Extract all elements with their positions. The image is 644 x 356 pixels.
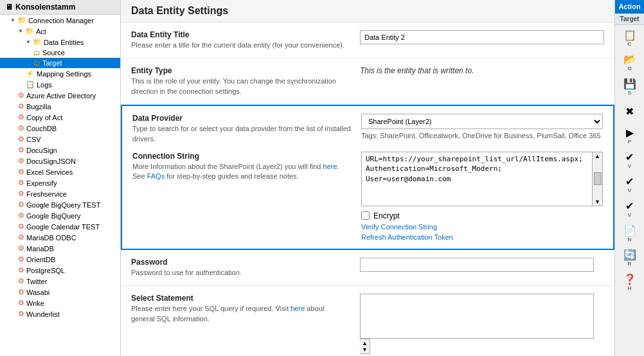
btn-n-label: N	[628, 237, 632, 242]
connection-string-row: Connection String More Information about…	[132, 152, 603, 241]
gear-icon: ⚙	[18, 113, 24, 121]
btn-h[interactable]: ❓H	[618, 271, 642, 294]
data-provider-desc: Type to search for or select your data p…	[132, 124, 351, 144]
data-provider-select[interactable]: SharePoint (Layer2)	[361, 114, 603, 129]
folder-icon: 📁	[33, 38, 42, 46]
sidebar-item-wrike[interactable]: ⚙Wrike	[0, 298, 120, 308]
sel-desc-before: Please enter here your SQL query if requ…	[131, 305, 291, 312]
gear-icon: ⚙	[18, 299, 24, 307]
scrollbar-thumb[interactable]	[594, 172, 602, 185]
data-provider-tags: Tags: SharePoint, Officeatwork, OneDrive…	[361, 132, 603, 139]
conn-desc-after: for step-by-step guides and release note…	[165, 172, 299, 180]
sidebar-item-mariadb-odbc[interactable]: ⚙MariaDB ODBC	[0, 232, 120, 243]
gear-icon: ⚙	[18, 168, 24, 176]
sidebar-item-mariadb[interactable]: ⚙MariaDB	[0, 243, 120, 254]
btn-r[interactable]: 🔄R	[618, 246, 642, 269]
entity-type-section: Entity Type This is the role of your ent…	[121, 58, 614, 105]
gear-icon: ⚙	[18, 135, 24, 143]
sidebar-item-label-copy-of-act: Copy of Act	[26, 114, 62, 121]
provider-connection-section: Data Provider Type to search for or sele…	[121, 105, 614, 250]
sidebar-item-mapping-settings[interactable]: ⚡Mapping Settings	[0, 68, 120, 79]
btn-c-icon: 📋	[623, 29, 636, 41]
gear-icon: ⚙	[18, 277, 24, 285]
sidebar-item-orientdb[interactable]: ⚙OrientDB	[0, 254, 120, 265]
sidebar-item-bugzilla[interactable]: ⚙Bugzilla	[0, 101, 120, 112]
sidebar-item-excel-services[interactable]: ⚙Excel Services	[0, 166, 120, 177]
scrollbar-down-arrow[interactable]: ▼	[595, 199, 600, 205]
btn-o-label: O	[627, 66, 631, 71]
sidebar-item-twitter[interactable]: ⚙Twitter	[0, 276, 120, 287]
sidebar-item-label-google-calendar-test: Google Calendar TEST	[26, 223, 100, 231]
sidebar-item-label-bugzilla: Bugzilla	[26, 103, 51, 111]
select-statement-input[interactable]	[360, 294, 594, 339]
sidebar-item-wasabi[interactable]: ⚙Wasabi	[0, 287, 120, 298]
entity-type-value: This is the entity that is written to.	[360, 66, 604, 75]
sidebar-item-label-docusign: DocuSign	[26, 147, 57, 154]
gear-icon: ⚙	[18, 157, 24, 165]
connection-string-label: Connection String	[132, 152, 351, 161]
sidebar-item-wunderlist[interactable]: ⚙Wunderlist	[0, 308, 120, 319]
gear-icon: ⚙	[18, 255, 24, 263]
encrypt-checkbox[interactable]	[361, 211, 370, 220]
btn-v3[interactable]: ✔V	[618, 197, 642, 220]
btn-n[interactable]: 📄N	[618, 222, 642, 245]
action-panel: Action Target 📋C📂O💾S✖▶P✔V✔V✔V📄N🔄R❓H	[614, 0, 644, 356]
sidebar-item-connection-manager[interactable]: ▼📁Connection Manager	[0, 15, 120, 26]
entity-title-input[interactable]	[360, 30, 604, 44]
sidebar-item-label-logs: Logs	[37, 81, 52, 89]
sidebar-item-act[interactable]: ▼📁Act	[0, 26, 120, 37]
sidebar-item-docusign[interactable]: ⚙DocuSign	[0, 145, 120, 156]
btn-v2[interactable]: ✔V	[618, 173, 642, 196]
folder-icon: 📁	[17, 16, 26, 24]
source-icon: 🗂	[33, 49, 40, 57]
folder-icon: 📁	[25, 27, 34, 35]
main-area: Data Entity Settings Data Entity Title P…	[121, 0, 614, 356]
sidebar-item-freshservice[interactable]: ⚙Freshservice	[0, 188, 120, 199]
btn-c[interactable]: 📋C	[618, 26, 642, 49]
sidebar-item-csv[interactable]: ⚙CSV	[0, 134, 120, 145]
sidebar-item-data-entities[interactable]: ▼📁Data Entities	[0, 37, 120, 48]
btn-v3-label: V	[628, 213, 631, 218]
btn-o[interactable]: 📂O	[618, 51, 642, 74]
btn-r-icon: 🔄	[623, 249, 636, 261]
btn-v3-icon: ✔	[625, 200, 634, 212]
gear-icon: ⚙	[18, 211, 24, 220]
btn-h-label: H	[628, 286, 632, 291]
btn-v1[interactable]: ✔V	[618, 148, 642, 172]
sidebar-item-docusignjson[interactable]: ⚙DocuSignJSON	[0, 156, 120, 166]
btn-p[interactable]: ▶P	[618, 124, 642, 147]
sidebar-item-postgresql[interactable]: ⚙PostgreSQL	[0, 265, 120, 276]
sidebar-item-logs[interactable]: 📋Logs	[0, 79, 120, 90]
sidebar-item-couchdb[interactable]: ⚙CouchDB	[0, 123, 120, 134]
connection-string-input[interactable]: URL=https://your_sharepoint_list_url/All…	[361, 152, 593, 206]
sidebar-item-expensify[interactable]: ⚙Expensify	[0, 177, 120, 188]
sidebar-item-label-wrike: Wrike	[26, 299, 44, 307]
sidebar-item-google-bigquery-test[interactable]: ⚙Google BigQuery TEST	[0, 199, 120, 210]
btn-p-label: P	[628, 139, 631, 145]
conn-faqs-link[interactable]: FAQs	[147, 172, 165, 180]
sidebar-item-source[interactable]: 🗂Source	[0, 48, 120, 58]
sidebar-item-label-couchdb: CouchDB	[26, 125, 57, 132]
btn-v2-label: V	[628, 188, 631, 193]
refresh-auth-token-link[interactable]: Refresh Authentication Token	[361, 233, 603, 241]
conn-here-link[interactable]: here	[323, 163, 337, 170]
btn-s[interactable]: 💾S	[618, 75, 642, 98]
verify-connection-link[interactable]: Verify Connection String	[361, 223, 603, 231]
sidebar-item-label-orientdb: OrientDB	[26, 256, 55, 263]
sel-scrollbar-down[interactable]: ▼	[362, 346, 368, 353]
btn-del[interactable]: ✖	[618, 100, 642, 123]
sidebar-item-target[interactable]: 🗂Target	[0, 58, 120, 68]
entity-type-desc: This is the role of your entity. You can…	[131, 76, 350, 96]
sel-scrollbar-up[interactable]: ▲	[362, 340, 368, 346]
sidebar-item-google-calendar-test[interactable]: ⚙Google Calendar TEST	[0, 221, 120, 232]
sidebar-item-azure-ad[interactable]: ⚙Azure Active Directory	[0, 90, 120, 101]
sidebar-item-google-bigquery[interactable]: ⚙Google BigQuery	[0, 210, 120, 221]
password-input[interactable]	[360, 258, 594, 272]
scrollbar-up-arrow[interactable]: ▲	[595, 153, 600, 159]
entity-title-desc: Please enter a title for the current dat…	[131, 40, 350, 50]
sidebar-item-copy-of-act[interactable]: ⚙Copy of Act	[0, 112, 120, 123]
action-panel-header: Action	[615, 0, 644, 13]
sel-here-link[interactable]: here	[291, 305, 305, 312]
encrypt-label: Encrypt	[373, 211, 400, 220]
sidebar-item-label-csv: CSV	[26, 136, 41, 143]
